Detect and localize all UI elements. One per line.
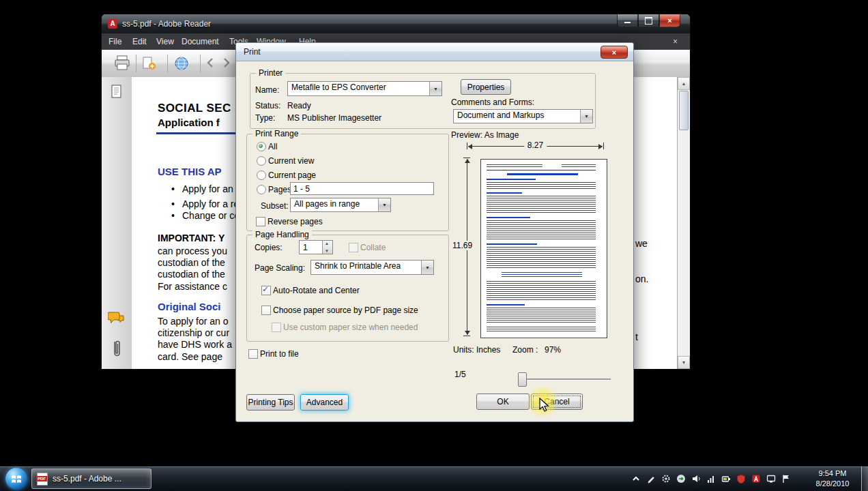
print-range-group-label: Print Range bbox=[252, 129, 301, 138]
radio-current-page[interactable] bbox=[257, 170, 266, 180]
radio-current-view[interactable] bbox=[257, 156, 266, 166]
start-button[interactable] bbox=[5, 468, 27, 490]
spin-up-icon[interactable]: ▲ bbox=[325, 241, 329, 246]
doc-bullet-3: Change or co bbox=[182, 210, 240, 221]
action-center-flag-icon[interactable] bbox=[781, 474, 791, 484]
spin-down-icon[interactable]: ▼ bbox=[325, 249, 329, 253]
page-handling-group-label: Page Handling bbox=[252, 230, 312, 239]
copies-value: 1 bbox=[303, 243, 308, 252]
taskbar-app-reader[interactable]: PDF ss-5.pdf - Adobe ... bbox=[31, 468, 151, 489]
ok-button[interactable]: OK bbox=[476, 393, 530, 410]
preview-page-slider-handle[interactable] bbox=[518, 372, 527, 387]
print-to-file-checkbox[interactable] bbox=[248, 349, 258, 359]
volume-icon[interactable] bbox=[691, 474, 701, 484]
scrollbar-thumb[interactable] bbox=[679, 91, 689, 130]
safely-remove-icon[interactable] bbox=[676, 474, 686, 484]
radio-current-view-label[interactable]: Current view bbox=[268, 156, 314, 166]
pages-range-input[interactable] bbox=[290, 182, 434, 195]
chevron-down-icon[interactable]: ▼ bbox=[580, 110, 592, 123]
menu-edit[interactable]: Edit bbox=[132, 37, 147, 46]
radio-all[interactable] bbox=[257, 142, 266, 151]
taskbar-app-label: ss-5.pdf - Adobe ... bbox=[53, 474, 121, 483]
preview-label: Preview: As Image bbox=[451, 130, 519, 140]
show-hidden-icons-chevron[interactable] bbox=[631, 474, 641, 484]
maximize-button[interactable] bbox=[638, 14, 659, 27]
print-dialog: Print × Printer Name: Metafile to EPS Co… bbox=[235, 42, 634, 422]
pen-input-icon[interactable] bbox=[646, 474, 656, 484]
printing-tips-button[interactable]: Printing Tips bbox=[246, 394, 295, 411]
gear-icon[interactable] bbox=[661, 474, 671, 484]
minimize-icon bbox=[624, 22, 631, 23]
advanced-button[interactable]: Advanced bbox=[300, 394, 349, 411]
auto-rotate-checkbox[interactable]: ✓ bbox=[261, 286, 271, 295]
print-to-file-label[interactable]: Print to file bbox=[260, 349, 299, 359]
ok-label: OK bbox=[497, 397, 508, 406]
document-close-icon[interactable]: × bbox=[673, 37, 678, 46]
scroll-down-button[interactable]: ▼ bbox=[678, 356, 690, 369]
chevron-down-icon[interactable]: ▼ bbox=[378, 198, 390, 211]
window-titlebar[interactable]: A ss-5.pdf - Adobe Reader × bbox=[102, 14, 690, 33]
preview-page-slider-track[interactable] bbox=[518, 378, 611, 380]
preview-text-lines bbox=[487, 281, 596, 301]
comments-icon[interactable] bbox=[108, 311, 126, 330]
dialog-close-button[interactable]: × bbox=[601, 46, 628, 59]
reverse-pages-checkbox[interactable] bbox=[256, 217, 265, 226]
vertical-scrollbar[interactable]: ▲ ▼ bbox=[677, 77, 690, 369]
printer-type-value: MS Publisher Imagesetter bbox=[287, 113, 381, 123]
adobe-updater-icon[interactable] bbox=[751, 474, 761, 484]
taskbar: PDF ss-5.pdf - Adobe ... 9:54 PM 8/28/20… bbox=[0, 466, 868, 491]
doc-heading: SOCIAL SEC bbox=[158, 102, 231, 115]
radio-current-page-label[interactable]: Current page bbox=[268, 170, 316, 180]
print-icon[interactable] bbox=[114, 55, 130, 74]
subset-select[interactable]: All pages in range ▼ bbox=[290, 198, 391, 212]
preview-rule bbox=[487, 170, 596, 170]
bullet-icon: • bbox=[171, 183, 175, 194]
toolbar-separator bbox=[136, 55, 136, 72]
radio-pages[interactable] bbox=[257, 185, 266, 194]
printer-name-label: Name: bbox=[255, 85, 279, 95]
clock-date: 8/28/2010 bbox=[808, 479, 857, 489]
power-battery-icon[interactable] bbox=[721, 474, 731, 484]
stepper-buttons[interactable]: ▲ ▼ bbox=[322, 241, 332, 254]
printer-group-label: Printer bbox=[256, 68, 285, 78]
close-button[interactable]: × bbox=[659, 14, 680, 27]
network-icon[interactable] bbox=[706, 474, 716, 484]
reverse-pages-label[interactable]: Reverse pages bbox=[267, 217, 323, 226]
attachments-paperclip-icon[interactable] bbox=[111, 339, 122, 363]
chevron-down-icon[interactable]: ▼ bbox=[421, 261, 433, 274]
properties-button[interactable]: Properties bbox=[461, 79, 511, 95]
paper-source-label[interactable]: Choose paper source by PDF page size bbox=[273, 306, 418, 315]
radio-pages-label[interactable]: Pages bbox=[268, 185, 291, 194]
page-thumbnails-icon[interactable] bbox=[110, 84, 124, 103]
dialog-titlebar[interactable]: Print × bbox=[236, 43, 633, 61]
taskbar-clock[interactable]: 9:54 PM 8/28/2010 bbox=[808, 468, 857, 489]
copies-stepper[interactable]: 1 ▲ ▼ bbox=[299, 240, 333, 254]
doc-line: For assistance c bbox=[158, 281, 227, 292]
paper-source-checkbox[interactable] bbox=[261, 306, 271, 315]
comments-forms-select[interactable]: Document and Markups ▼ bbox=[453, 109, 593, 123]
collate-checkbox bbox=[349, 243, 358, 252]
scroll-up-button[interactable]: ▲ bbox=[678, 77, 690, 90]
page-scaling-select[interactable]: Shrink to Printable Area ▼ bbox=[310, 260, 434, 275]
page-scaling-value: Shrink to Printable Area bbox=[311, 261, 421, 274]
previous-page-icon[interactable] bbox=[205, 57, 216, 71]
share-document-icon[interactable] bbox=[141, 56, 156, 74]
printer-name-value: Metafile to EPS Converter bbox=[288, 82, 429, 95]
web-globe-icon[interactable] bbox=[174, 56, 189, 74]
radio-all-label[interactable]: All bbox=[268, 142, 277, 151]
next-page-icon[interactable] bbox=[220, 57, 231, 71]
printer-name-select[interactable]: Metafile to EPS Converter ▼ bbox=[287, 81, 442, 96]
show-desktop-button[interactable] bbox=[861, 466, 868, 491]
minimize-button[interactable] bbox=[617, 14, 638, 27]
auto-rotate-label[interactable]: Auto-Rotate and Center bbox=[273, 286, 360, 295]
menu-view[interactable]: View bbox=[156, 37, 174, 46]
menu-document[interactable]: Document bbox=[182, 37, 219, 46]
chevron-down-icon[interactable]: ▼ bbox=[429, 82, 442, 95]
adobe-reader-app-icon: A bbox=[108, 19, 117, 29]
security-shield-icon[interactable] bbox=[736, 474, 746, 484]
navigation-panel bbox=[102, 77, 132, 369]
properties-button-label: Properties bbox=[467, 83, 505, 92]
doc-line: card. See page bbox=[158, 351, 222, 362]
display-icon[interactable] bbox=[766, 474, 776, 484]
menu-file[interactable]: File bbox=[108, 37, 121, 46]
